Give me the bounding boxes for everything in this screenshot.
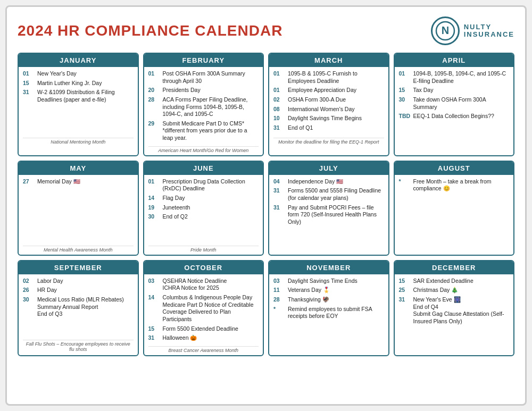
event-day: 29 (148, 120, 160, 142)
event-text: SAR Extended Deadline (413, 278, 510, 285)
event-day: 02 (23, 278, 35, 285)
month-header: MARCH (269, 54, 388, 67)
event-item: 15Form 5500 Extended Deadline (148, 325, 259, 333)
month-footer: Mental Health Awareness Month (23, 246, 134, 253)
event-item: TBDEEQ-1 Data Collection Begins?? (399, 113, 510, 120)
event-day: 01 (23, 70, 35, 78)
event-day: 30 (399, 96, 411, 111)
event-item: 30End of Q2 (148, 213, 259, 221)
month-footer: Fall Flu Shots – Encourage employees to … (23, 340, 134, 352)
events-list: 01New Year's Day15Martin Luther King Jr.… (23, 70, 134, 136)
event-day: 01 (273, 70, 285, 85)
event-item: 03QSEHRA Notice DeadlineICHRA Notice for… (148, 278, 259, 292)
event-text: Post OSHA Form 300A Summary through Apri… (163, 70, 259, 85)
event-text: Presidents Day (163, 87, 259, 94)
month-header: SEPTEMBER (19, 261, 138, 274)
event-text: Daylight Savings Time Ends (288, 278, 384, 285)
event-item: 20Presidents Day (148, 87, 259, 94)
event-day: 31 (23, 89, 35, 103)
event-text: 1095-B & 1095-C Furnish to Employees Dea… (288, 70, 384, 85)
event-text: Pay and Submit POCRI Fees – file form 72… (288, 204, 384, 226)
event-item: 10Daylight Savings Time Begins (273, 115, 384, 122)
event-text: Veterans Day 🎖️ (288, 287, 384, 294)
event-day: 31 (273, 124, 285, 132)
event-item: 02Labor Day (23, 278, 134, 285)
event-item: 14Flag Day (148, 195, 259, 202)
event-text: Remind employees to submit FSA receipts … (288, 306, 384, 320)
event-item: 31End of Q1 (273, 124, 384, 132)
month-card-february: FEBRUARY01Post OSHA Form 300A Summary th… (143, 53, 264, 156)
event-text: OSHA Form 300-A Due (288, 96, 384, 104)
event-item: 14Columbus & Indigenous People DayMedica… (148, 294, 259, 323)
event-item: 011094-B, 1095-B, 1094-C, and 1095-C E-f… (399, 70, 510, 85)
event-text: Halloween 🎃 (163, 334, 259, 342)
event-text: End of Q1 (288, 124, 384, 132)
event-item: 01Prescription Drug Data Collection (RxD… (148, 178, 259, 192)
event-day: 04 (273, 178, 285, 186)
month-header: DECEMBER (395, 261, 514, 274)
event-item: 03Daylight Savings Time Ends (273, 278, 384, 285)
event-text: W-2 &1099 Distribution & Filing Deadline… (37, 89, 134, 103)
event-day: 01 (148, 70, 160, 85)
event-item: 31W-2 &1099 Distribution & Filing Deadli… (23, 89, 134, 103)
event-item: 011095-B & 1095-C Furnish to Employees D… (273, 70, 384, 85)
event-text: Daylight Savings Time Begins (288, 115, 384, 122)
event-day: * (273, 306, 285, 320)
month-body: 011094-B, 1095-B, 1094-C, and 1095-C E-f… (395, 67, 514, 147)
svg-text:N: N (441, 24, 448, 36)
month-body: 03QSEHRA Notice DeadlineICHRA Notice for… (144, 274, 263, 355)
event-item: 19Juneteenth (148, 204, 259, 212)
event-day: 25 (399, 287, 411, 294)
event-day: TBD (399, 113, 411, 120)
event-text: Martin Luther King Jr. Day (37, 80, 134, 87)
month-header: JULY (269, 162, 388, 175)
event-day: 30 (148, 213, 160, 221)
events-list: 011095-B & 1095-C Furnish to Employees D… (273, 70, 384, 136)
month-header: APRIL (395, 54, 514, 67)
event-text: Thanksgiving 🦃 (288, 296, 384, 304)
event-day: 27 (23, 178, 35, 186)
events-list: 27Memorial Day 🇺🇸 (23, 178, 134, 244)
events-list: 011094-B, 1095-B, 1094-C, and 1095-C E-f… (399, 70, 510, 145)
event-day: 30 (23, 296, 35, 318)
event-text: HR Day (37, 287, 134, 294)
event-text: Medical Loss Ratio (MLR Rebates) Summary… (37, 296, 134, 318)
month-card-january: JANUARY01New Year's Day15Martin Luther K… (18, 53, 139, 156)
event-item: 15Tax Day (399, 87, 510, 94)
event-day: 31 (148, 334, 160, 342)
event-text: Flag Day (163, 195, 259, 202)
event-day: 14 (148, 195, 160, 202)
event-day: 14 (148, 294, 160, 323)
event-day: 02 (273, 96, 285, 104)
event-day: 31 (399, 296, 411, 325)
month-body: 15SAR Extended Deadline25Christmas Day 🎄… (395, 274, 514, 354)
event-text: Prescription Drug Data Collection (RxDC)… (163, 178, 259, 192)
event-item: 28Thanksgiving 🦃 (273, 296, 384, 304)
page-title: 2024 HR COMPLIANCE CALENDAR (18, 22, 282, 39)
event-day: 15 (399, 278, 411, 285)
month-footer: Pride Month (148, 246, 259, 253)
events-list: 04Independence Day 🇺🇸31Forms 5500 and 55… (273, 178, 384, 253)
event-day: 10 (273, 115, 285, 122)
event-item: 15Martin Luther King Jr. Day (23, 80, 134, 87)
event-text: Memorial Day 🇺🇸 (37, 178, 134, 186)
event-day: 15 (23, 80, 35, 87)
month-body: *Free Month – take a break from complian… (395, 175, 514, 255)
event-text: ACA Forms Paper Filing Deadline, includi… (163, 96, 259, 118)
month-header: AUGUST (395, 162, 514, 175)
month-footer: Breast Cancer Awareness Month (148, 346, 259, 353)
month-footer: Monitor the deadline for filing the EEQ-… (273, 138, 384, 145)
events-list: *Free Month – take a break from complian… (399, 178, 510, 253)
event-day: 19 (148, 204, 160, 212)
month-card-march: MARCH011095-B & 1095-C Furnish to Employ… (268, 53, 389, 156)
event-day: 01 (399, 70, 411, 85)
month-card-july: JULY04Independence Day 🇺🇸31Forms 5500 an… (268, 161, 389, 256)
events-list: 02Labor Day26HR Day30Medical Loss Ratio … (23, 278, 134, 338)
event-text: Employee Appreciation Day (288, 87, 384, 94)
event-item: 01Employee Appreciation Day (273, 87, 384, 94)
month-card-september: SEPTEMBER02Labor Day26HR Day30Medical Lo… (18, 260, 139, 356)
event-day: 01 (273, 87, 285, 94)
month-card-august: AUGUST*Free Month – take a break from co… (394, 161, 515, 256)
event-day: 20 (148, 87, 160, 94)
events-list: 01Prescription Drug Data Collection (RxD… (148, 178, 259, 244)
